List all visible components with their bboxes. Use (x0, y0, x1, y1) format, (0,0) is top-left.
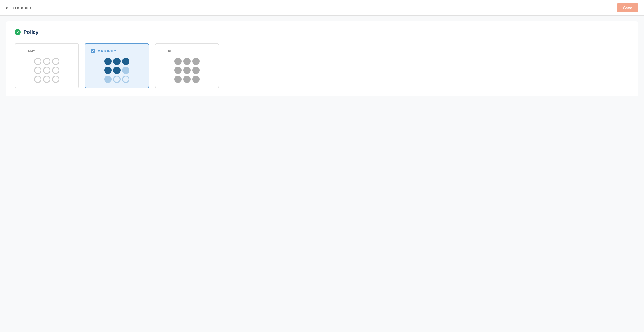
dot (52, 76, 59, 83)
policy-majority-checkbox[interactable] (91, 49, 95, 53)
dot (183, 67, 191, 74)
policy-all-header: ALL (161, 49, 213, 53)
drawer-close-button[interactable]: × (6, 5, 9, 11)
policy-card-any[interactable]: ANY (15, 43, 79, 88)
drawer-header: × common Save (0, 0, 644, 16)
dot (43, 58, 50, 65)
dot (113, 67, 121, 74)
dot (52, 67, 59, 74)
policy-options: ANY (15, 43, 629, 88)
dot (174, 58, 182, 65)
dot (122, 67, 129, 74)
save-button[interactable]: Save (617, 3, 638, 12)
policy-all-dots (161, 58, 213, 83)
policy-majority-dots (91, 58, 143, 83)
dot (183, 58, 191, 65)
dot (104, 58, 112, 65)
policy-check-icon: ✓ (15, 29, 21, 35)
drawer-body: ✓ Policy ANY (0, 16, 644, 332)
policy-any-dots (21, 58, 73, 83)
policy-all-checkbox[interactable] (161, 49, 165, 53)
dot (183, 76, 191, 83)
dot (104, 67, 112, 74)
drawer-title: common (13, 5, 613, 11)
policy-any-header: ANY (21, 49, 73, 53)
dot (34, 67, 41, 74)
dot (113, 76, 121, 83)
dot (192, 67, 200, 74)
policy-any-checkbox[interactable] (21, 49, 25, 53)
dot (104, 76, 112, 83)
dot (34, 76, 41, 83)
dot (192, 76, 200, 83)
policy-panel: ✓ Policy ANY (6, 21, 638, 96)
policy-card-majority[interactable]: MAJORITY (85, 43, 149, 88)
policy-majority-header: MAJORITY (91, 49, 143, 53)
dot (174, 67, 182, 74)
dot (122, 76, 129, 83)
dot (52, 58, 59, 65)
dot (113, 58, 121, 65)
policy-heading: ✓ Policy (15, 29, 629, 35)
dot (192, 58, 200, 65)
dot (43, 67, 50, 74)
dot (122, 58, 129, 65)
dot (43, 76, 50, 83)
dot (34, 58, 41, 65)
policy-card-all[interactable]: ALL (155, 43, 219, 88)
policy-drawer-overlay: × common Save ✓ Policy ANY (0, 0, 644, 332)
dot (174, 76, 182, 83)
